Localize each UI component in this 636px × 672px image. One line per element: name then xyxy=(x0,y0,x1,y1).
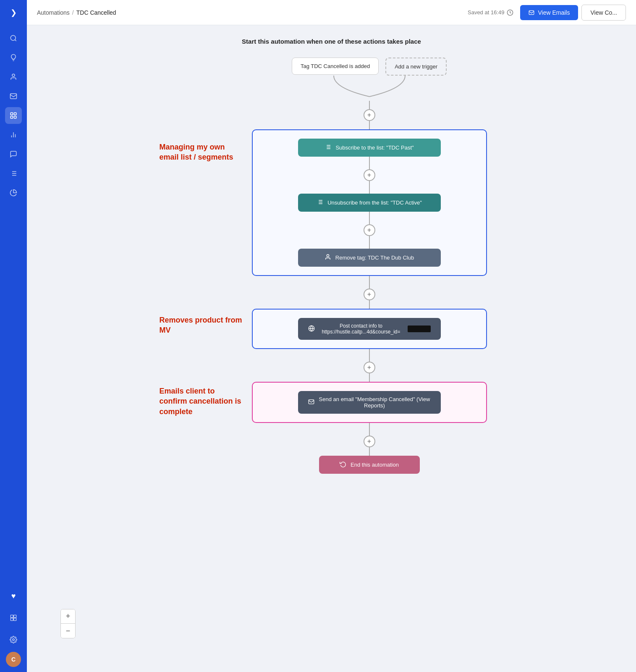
svg-point-32 xyxy=(327,255,329,257)
annotation-removes: Removes product from MV xyxy=(160,315,243,336)
saved-text: Saved at 16:49 xyxy=(468,9,504,16)
sidebar: ❯ ♥ C xyxy=(0,0,27,672)
canvas: Start this automation when one of these … xyxy=(27,25,636,672)
add-step-btn-2[interactable]: + xyxy=(364,224,375,236)
section-3-wrapper: Emails client to confirm cancellation is… xyxy=(252,382,487,423)
svg-rect-14 xyxy=(14,615,16,617)
sidebar-item-heart[interactable]: ♥ xyxy=(5,588,22,604)
add-step-btn-4[interactable]: + xyxy=(364,362,375,373)
connector-between-1-2: + xyxy=(364,276,375,309)
line-v xyxy=(369,300,370,309)
svg-point-0 xyxy=(10,35,16,40)
svg-rect-15 xyxy=(10,618,13,621)
line-v xyxy=(369,276,370,289)
line-v xyxy=(369,373,370,382)
globe-icon xyxy=(308,325,315,333)
line-v2 xyxy=(369,121,370,129)
save-status: Saved at 16:49 xyxy=(468,9,513,16)
svg-rect-16 xyxy=(14,618,16,621)
add-step-btn-5[interactable]: + xyxy=(364,436,375,447)
svg-rect-19 xyxy=(529,10,534,14)
svg-point-17 xyxy=(13,639,15,641)
add-step-btn-1[interactable]: + xyxy=(364,169,375,181)
line-v xyxy=(369,181,370,194)
zoom-controls: + − xyxy=(60,609,76,638)
action-remove-tag[interactable]: Remove tag: TDC The Dub Club xyxy=(298,249,441,267)
end-icon xyxy=(340,461,346,469)
action-unsubscribe[interactable]: Unsubscribe from the list: "TDC Active" xyxy=(298,194,441,212)
person-icon xyxy=(325,254,331,262)
annotation-emails: Emails client to confirm cancellation is… xyxy=(160,386,243,417)
view-contacts-button[interactable]: View Co... xyxy=(581,5,626,21)
email-icon xyxy=(308,399,314,406)
line-v xyxy=(369,447,370,456)
sidebar-item-email[interactable] xyxy=(5,88,22,105)
sidebar-item-automations[interactable] xyxy=(5,107,22,124)
sidebar-item-analytics[interactable] xyxy=(5,184,22,201)
section-2-wrapper: Removes product from MV Post contact inf… xyxy=(252,309,487,349)
svg-rect-6 xyxy=(14,116,16,118)
canvas-title: Start this automation when one of these … xyxy=(27,38,636,45)
view-emails-button[interactable]: View Emails xyxy=(520,5,578,20)
action-remove-tag-label: Remove tag: TDC The Dub Club xyxy=(335,255,414,261)
line-v xyxy=(369,212,370,224)
sidebar-item-settings[interactable] xyxy=(5,631,22,648)
redacted-value xyxy=(408,326,431,332)
breadcrumb: Automations / TDC Cancelled xyxy=(37,9,116,16)
svg-rect-4 xyxy=(14,113,16,115)
history-icon xyxy=(507,9,513,16)
header: Automations / TDC Cancelled Saved at 16:… xyxy=(27,0,636,25)
action-subscribe-label: Subscribe to the list: "TDC Past" xyxy=(335,144,414,151)
sidebar-item-search[interactable] xyxy=(5,30,22,47)
annotation-managing: Managing my own email list / segments xyxy=(160,142,243,163)
line-v xyxy=(369,157,370,169)
sidebar-item-apps[interactable] xyxy=(5,609,22,626)
connector-to-end: + xyxy=(364,423,375,456)
svg-rect-2 xyxy=(10,94,17,99)
line-v xyxy=(369,423,370,436)
svg-rect-3 xyxy=(10,113,13,115)
add-step-btn-0[interactable]: + xyxy=(364,109,375,121)
sidebar-item-ideas[interactable] xyxy=(5,49,22,66)
sidebar-item-contacts[interactable] xyxy=(5,68,22,85)
view-contacts-label: View Co... xyxy=(590,9,617,16)
view-emails-label: View Emails xyxy=(538,9,570,16)
sidebar-item-reports[interactable] xyxy=(5,126,22,143)
email-icon xyxy=(529,10,534,16)
svg-point-1 xyxy=(12,74,15,76)
line-v xyxy=(369,236,370,249)
action-send-email-label: Send an email "Membership Cancelled" (Vi… xyxy=(319,396,431,409)
list-icon-2 xyxy=(317,199,323,207)
add-step-btn-3[interactable]: + xyxy=(364,289,375,300)
line-v xyxy=(369,349,370,362)
action-post-label: Post contact info to https://hustle.cait… xyxy=(319,323,403,335)
section-2: Post contact info to https://hustle.cait… xyxy=(252,309,487,349)
action-subscribe[interactable]: Subscribe to the list: "TDC Past" xyxy=(298,139,441,157)
sidebar-item-messages[interactable] xyxy=(5,146,22,163)
user-avatar[interactable]: C xyxy=(6,652,21,667)
svg-rect-5 xyxy=(10,116,13,118)
breadcrumb-parent[interactable]: Automations xyxy=(37,9,70,16)
connector-2: + xyxy=(364,212,375,249)
list-icon-1 xyxy=(325,144,331,152)
sidebar-item-lists[interactable] xyxy=(5,165,22,182)
end-automation-node[interactable]: End this automation xyxy=(319,456,420,474)
section-1: Subscribe to the list: "TDC Past" + Unsu… xyxy=(252,129,487,276)
breadcrumb-current: TDC Cancelled xyxy=(76,9,116,16)
connector-after-merge: + xyxy=(364,101,375,129)
svg-rect-34 xyxy=(309,400,314,404)
action-post[interactable]: Post contact info to https://hustle.cait… xyxy=(298,318,441,340)
sidebar-toggle[interactable]: ❯ xyxy=(6,5,21,20)
merge-lines-svg xyxy=(298,76,441,101)
trigger-tag-added[interactable]: Tag TDC Cancelled is added xyxy=(292,58,379,75)
automation-flow: Tag TDC Cancelled is added Add a new tri… xyxy=(27,58,636,491)
svg-rect-13 xyxy=(10,615,13,617)
action-send-email[interactable]: Send an email "Membership Cancelled" (Vi… xyxy=(298,391,441,414)
main-content: Automations / TDC Cancelled Saved at 16:… xyxy=(27,0,636,672)
zoom-in-button[interactable]: + xyxy=(61,609,75,624)
zoom-out-button[interactable]: − xyxy=(61,624,75,638)
trigger-add-new[interactable]: Add a new trigger xyxy=(385,58,447,76)
connector-between-2-3: + xyxy=(364,349,375,382)
end-node-label: End this automation xyxy=(351,462,399,468)
trigger-row: Tag TDC Cancelled is added Add a new tri… xyxy=(292,58,447,76)
